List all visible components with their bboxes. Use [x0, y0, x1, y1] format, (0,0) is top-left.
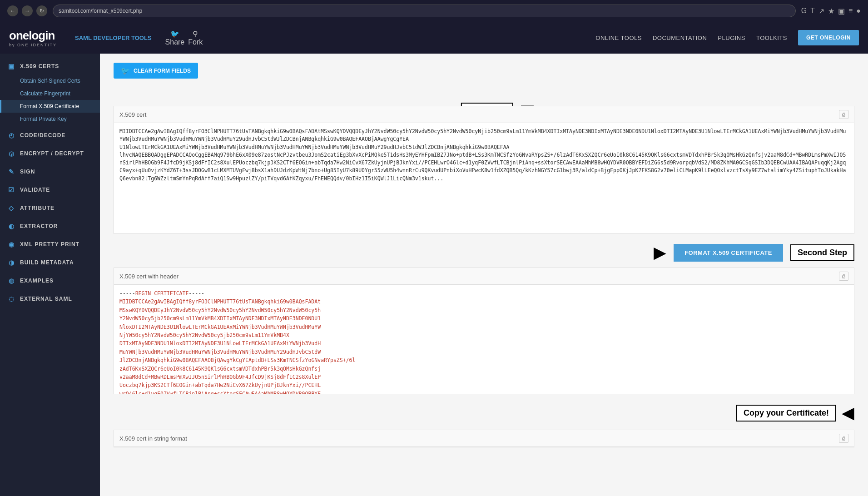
- share-label: Share: [165, 38, 185, 46]
- x509-string-label-bar: X.509 cert in string format ⎙: [114, 430, 854, 447]
- copy-x509-btn[interactable]: ⎙: [839, 110, 848, 119]
- format-x509-button[interactable]: FORMAT X.509 CERTIFICATE: [674, 244, 783, 262]
- twitter-icon: 🐦: [121, 66, 130, 75]
- sidebar-section-sign: ✎ SIGN: [0, 164, 100, 180]
- forward-button[interactable]: →: [22, 5, 33, 16]
- sidebar-header-metadata[interactable]: ◑ BUILD METADATA: [0, 254, 100, 271]
- cert-link-6[interactable]: zAdT6KxSXZQCr6eUoI0k8C6145K9QKlsG6cxtsmV…: [119, 366, 321, 372]
- sidebar-code-decode-label: CODE/DECODE: [20, 132, 65, 139]
- content-inner: 🐦 CLEAR FORM FIELDS First Step ▼ X.509 c…: [114, 63, 854, 447]
- x509-cert-header-content: -----BEGIN CERTIFICATE----- MIIDBTCCAe2g…: [114, 285, 854, 394]
- sidebar-sign-label: SIGN: [20, 169, 35, 175]
- cert-link-10[interactable]: wrO46lc: [119, 391, 141, 394]
- examples-icon: ◍: [7, 277, 15, 284]
- nav-online-tools[interactable]: ONLINE TOOLS: [595, 35, 642, 41]
- sidebar-attribute-label: ATTRIBUTE: [20, 205, 55, 211]
- get-onelogin-button[interactable]: GET ONELOGIN: [798, 30, 859, 45]
- x509-cert-label-text: X.509 cert: [119, 111, 146, 118]
- sidebar-item-format-private-key[interactable]: Format Private Key: [0, 113, 100, 125]
- sidebar-metadata-label: BUILD METADATA: [20, 259, 74, 266]
- x509-cert-textarea[interactable]: MIIDBTCCAe2gAwIBAgIQff8yrFO3ClNPHUTT76tU…: [114, 123, 854, 232]
- nav-toolkits[interactable]: TOOLKITS: [756, 35, 787, 41]
- x509-cert-section: X.509 cert ⎙ MIIDBTCCAe2gAwIBAgIQff8yrFO…: [114, 106, 854, 234]
- cert-link-7[interactable]: MBwRDLmsPmXwIJO5nSirlPhHBOGb9F4JfcD9jKSj…: [151, 374, 321, 380]
- sidebar-x509-label: X.509 CERTS: [20, 63, 59, 69]
- content-area: 🐦 CLEAR FORM FIELDS First Step ▼ X.509 c…: [100, 54, 868, 496]
- share-icon: ↗: [818, 7, 824, 15]
- sidebar-header-sign[interactable]: ✎ SIGN: [0, 164, 100, 180]
- second-step-box: Second Step: [790, 244, 854, 261]
- address-bar[interactable]: samltool.com/format_x509cert.php: [53, 5, 796, 17]
- sidebar-section-x509: ▣ X.509 CERTS Obtain Self-Signed Certs C…: [0, 58, 100, 125]
- main-layout: ▣ X.509 CERTS Obtain Self-Signed Certs C…: [0, 54, 868, 496]
- sidebar-encrypt-label: ENCRYPT / DECRYPT: [20, 150, 84, 157]
- back-button[interactable]: ←: [7, 5, 18, 16]
- nav-documentation[interactable]: DOCUMENTATION: [653, 35, 707, 41]
- sidebar-header-x509[interactable]: ▣ X.509 CERTS: [0, 58, 100, 74]
- validate-icon: ☑: [7, 186, 15, 193]
- x509-cert-label-bar: X.509 cert ⎙: [114, 106, 854, 123]
- logo-text[interactable]: onelogin: [9, 29, 57, 43]
- twitter-icon: 🐦: [170, 30, 179, 38]
- sidebar-header-encrypt[interactable]: ◶ ENCRYPT / DECRYPT: [0, 145, 100, 162]
- extractor-icon: ◐: [7, 223, 15, 230]
- saml-tools-label[interactable]: SAML DEVELOPER TOOLS: [75, 35, 152, 41]
- twitter-share[interactable]: 🐦 Share: [165, 30, 185, 46]
- x509-cert-header-section: X.509 cert with header ⎙ -----BEGIN CERT…: [114, 268, 854, 394]
- sidebar-header-xml[interactable]: ◉ XML PRETTY PRINT: [0, 236, 100, 253]
- github-fork[interactable]: ⚲ Fork: [188, 30, 203, 46]
- sidebar-section-extractor: ◐ EXTRACTOR: [0, 218, 100, 234]
- cert-link-12[interactable]: ssXtorSECAwEAAaMhMB8wHQYDVR0OBBYE: [217, 391, 321, 394]
- sidebar-header-code-decode[interactable]: ◴ CODE/DECODE: [0, 127, 100, 144]
- sidebar-section-attribute: ◇ ATTRIBUTE: [0, 200, 100, 216]
- clear-form-row: 🐦 CLEAR FORM FIELDS: [114, 63, 854, 88]
- url-text: samltool.com/format_x509cert.php: [59, 8, 142, 14]
- external-saml-icon: ◌: [7, 295, 15, 303]
- cert-link-9[interactable]: PCEHL: [305, 382, 321, 388]
- sidebar-section-metadata: ◑ BUILD METADATA: [0, 254, 100, 271]
- copy-x509-string-btn[interactable]: ⎙: [839, 434, 848, 443]
- translate-icon: T: [810, 7, 815, 15]
- cert-link-5[interactable]: 6l: [349, 357, 355, 363]
- sidebar-header-examples[interactable]: ◍ EXAMPLES: [0, 273, 100, 289]
- cert-link-11[interactable]: d1yqF0ZVwfLTCBjnlPiAnq: [144, 391, 213, 394]
- github-icon: ⚲: [193, 30, 198, 38]
- header-nav: ONLINE TOOLS DOCUMENTATION PLUGINS TOOLK…: [595, 30, 859, 45]
- cert-link-4[interactable]: LSs3KmTNCSfzYoGNvaRYpsZS: [267, 357, 342, 363]
- arrow-left-icon: ◀: [842, 403, 854, 422]
- copy-x509-header-btn[interactable]: ⎙: [839, 272, 848, 281]
- cert-link-2[interactable]: OBjQAw: [208, 357, 227, 363]
- format-btn-row: ▶ FORMAT X.509 CERTIFICATE Second Step: [114, 243, 854, 262]
- attribute-icon: ◇: [7, 204, 15, 212]
- sidebar-examples-label: EXAMPLES: [20, 278, 54, 284]
- sidebar-item-format-x509[interactable]: Format X.509 Certificate: [0, 100, 100, 113]
- sidebar-header-validate[interactable]: ☑ VALIDATE: [0, 182, 100, 198]
- sidebar-external-saml-label: EXTERNAL SAML: [20, 296, 72, 302]
- cert-link-3[interactable]: ptdB: [252, 357, 264, 363]
- sidebar: ▣ X.509 CERTS Obtain Self-Signed Certs C…: [0, 54, 100, 496]
- fork-label: Fork: [188, 38, 203, 46]
- sidebar-header-attribute[interactable]: ◇ ATTRIBUTE: [0, 200, 100, 216]
- sidebar-section-examples: ◍ EXAMPLES: [0, 273, 100, 289]
- sidebar-section-validate: ☑ VALIDATE: [0, 182, 100, 198]
- cert-link-8[interactable]: abTqda7Hw2NiCvX67ZkUyjnUPjBJknYxi: [195, 382, 298, 388]
- clear-form-label: CLEAR FORM FIELDS: [134, 68, 191, 74]
- sidebar-item-fingerprint[interactable]: Calculate Fingerprint: [0, 87, 100, 100]
- nav-plugins[interactable]: PLUGINS: [718, 35, 745, 41]
- cert-link-1[interactable]: MB4X: [277, 332, 289, 338]
- sidebar-header-extractor[interactable]: ◐ EXTRACTOR: [0, 218, 100, 234]
- copy-cert-box: Copy your Certificate!: [736, 405, 836, 422]
- sidebar-item-obtain-certs[interactable]: Obtain Self-Signed Certs: [0, 74, 100, 87]
- google-icon: G: [801, 7, 807, 15]
- sidebar-xml-label: XML PRETTY PRINT: [20, 241, 79, 248]
- begin-link[interactable]: BEGIN: [135, 290, 151, 297]
- sidebar-section-external-saml: ◌ EXTERNAL SAML: [0, 291, 100, 307]
- refresh-button[interactable]: ↻: [36, 5, 47, 16]
- sidebar-header-external-saml[interactable]: ◌ EXTERNAL SAML: [0, 291, 100, 307]
- clear-form-button[interactable]: 🐦 CLEAR FORM FIELDS: [114, 63, 198, 79]
- x509-cert-header-label-text: X.509 cert with header: [119, 273, 179, 280]
- certificate-link[interactable]: CERTIFICATE: [154, 290, 188, 297]
- social-icons: 🐦 Share ⚲ Fork: [165, 30, 203, 46]
- x509-cert-header-label-bar: X.509 cert with header ⎙: [114, 268, 854, 285]
- sidebar-extractor-label: EXTRACTOR: [20, 223, 58, 229]
